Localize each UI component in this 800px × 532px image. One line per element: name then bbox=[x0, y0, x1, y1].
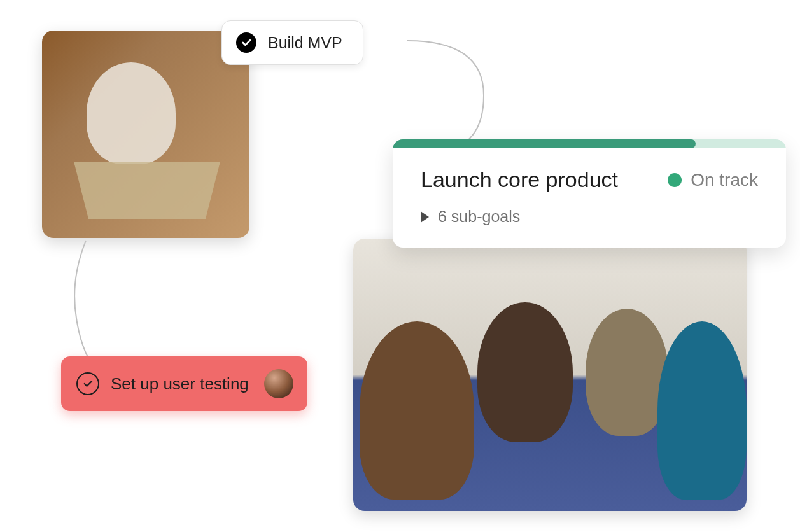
triangle-right-icon bbox=[421, 211, 429, 223]
status-label: On track bbox=[691, 170, 758, 190]
task-label: Build MVP bbox=[268, 34, 342, 52]
status-dot-icon bbox=[668, 173, 682, 187]
status-badge: On track bbox=[668, 170, 758, 190]
assignee-avatar[interactable] bbox=[264, 369, 293, 398]
task-pill-user-testing[interactable]: Set up user testing bbox=[61, 356, 307, 411]
decorative-photo-team-meeting bbox=[353, 239, 747, 511]
task-label: Set up user testing bbox=[111, 374, 249, 394]
progress-bar bbox=[393, 139, 786, 148]
task-pill-build-mvp[interactable]: Build MVP bbox=[221, 20, 363, 65]
subgoals-toggle[interactable]: 6 sub-goals bbox=[421, 207, 758, 226]
progress-fill bbox=[393, 139, 696, 148]
decorative-photo-person-laptop bbox=[42, 31, 249, 238]
goal-card-launch-core-product[interactable]: Launch core product On track 6 sub-goals bbox=[393, 139, 786, 248]
goal-title: Launch core product bbox=[421, 167, 618, 192]
subgoals-label: 6 sub-goals bbox=[438, 207, 520, 226]
checkmark-filled-icon bbox=[236, 32, 256, 53]
checkmark-outline-icon bbox=[76, 372, 99, 395]
